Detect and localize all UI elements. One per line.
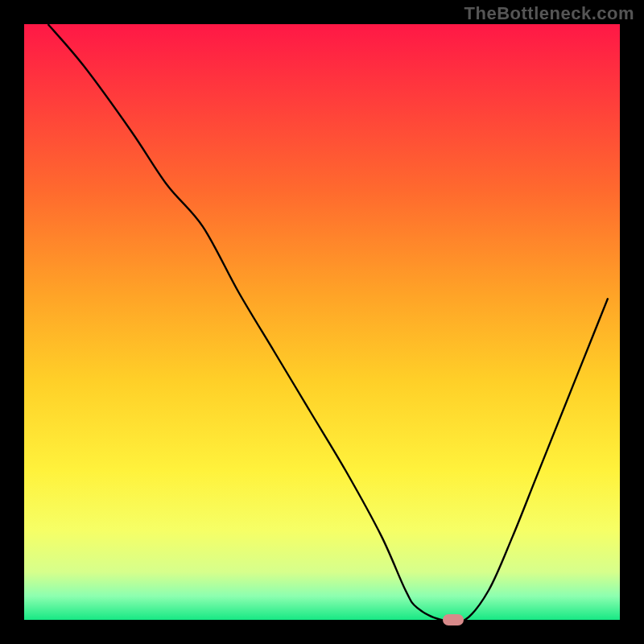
chart-frame: TheBottleneck.com: [0, 0, 644, 644]
marker-pill: [443, 614, 464, 625]
watermark-text: TheBottleneck.com: [464, 3, 634, 24]
gradient-background: [24, 24, 620, 620]
chart-svg: [24, 24, 620, 620]
plot-area: [24, 24, 620, 620]
